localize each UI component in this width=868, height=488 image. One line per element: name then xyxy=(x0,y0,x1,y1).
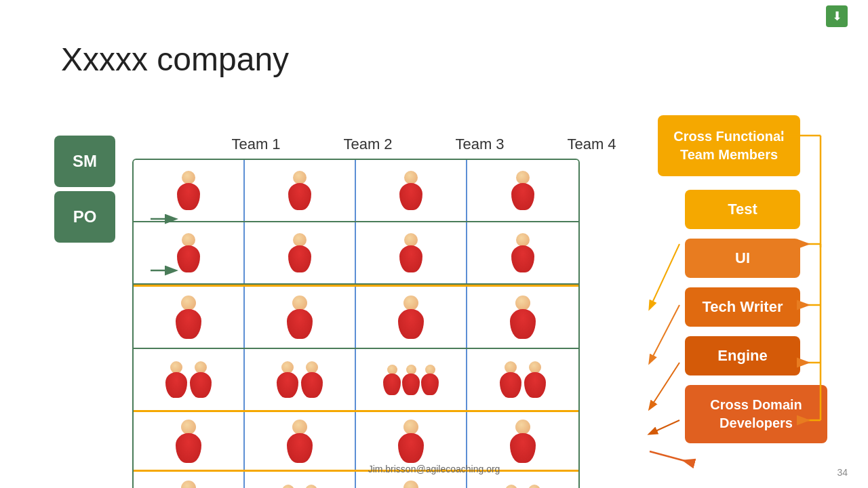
person-icon xyxy=(287,296,313,339)
grid-row-6 xyxy=(134,472,578,488)
person-icon xyxy=(288,171,311,210)
person-icon xyxy=(176,420,201,463)
person-icon xyxy=(511,233,534,272)
grid-row-3 xyxy=(134,285,578,349)
person-icon xyxy=(399,233,422,272)
grid-cell-r4c2 xyxy=(245,349,356,410)
engine-box: Engine xyxy=(685,336,800,375)
grid-row-2 xyxy=(134,222,578,285)
person-icon xyxy=(399,171,422,210)
main-grid xyxy=(132,159,580,488)
grid-cell-r2c1 xyxy=(134,222,245,283)
grid-cell-r6c2 xyxy=(245,472,356,488)
grid-cell-r3c1 xyxy=(134,287,245,348)
grid-cell-r1c1 xyxy=(134,160,245,221)
person-icon xyxy=(288,233,311,272)
grid-cell-r6c1 xyxy=(134,472,245,488)
grid-cell-r5c2 xyxy=(245,412,356,470)
persons-icon xyxy=(383,365,439,395)
persons-icon xyxy=(165,361,212,398)
cross-domain-box: Cross Domain Developers xyxy=(685,385,827,443)
team-header-2: Team 2 xyxy=(312,136,424,153)
slide-number: 34 xyxy=(837,467,848,478)
grid-cell-r1c3 xyxy=(356,160,467,221)
tech-writer-box: Tech Writer xyxy=(685,287,800,327)
test-box: Test xyxy=(685,190,800,229)
grid-cell-r2c3 xyxy=(356,222,467,283)
grid-cell-r2c2 xyxy=(245,222,356,283)
person-icon xyxy=(510,420,536,463)
team-header-3: Team 3 xyxy=(424,136,536,153)
person-icon xyxy=(177,171,200,210)
grid-row-4 xyxy=(134,349,578,412)
grid-cell-r2c4 xyxy=(467,222,578,283)
page-title: Xxxxx company xyxy=(61,41,289,78)
grid-row-1 xyxy=(134,160,578,222)
person-icon xyxy=(398,481,424,488)
grid-cell-r1c4 xyxy=(467,160,578,221)
cross-functional-box: Cross Functional Team Members xyxy=(658,115,800,176)
grid-cell-r4c1 xyxy=(134,349,245,410)
persons-icon xyxy=(501,485,545,488)
person-icon xyxy=(176,481,201,488)
person-icon xyxy=(398,420,424,463)
sm-box: SM xyxy=(54,136,115,187)
grid-cell-r3c3 xyxy=(356,287,467,348)
person-icon xyxy=(177,233,200,272)
person-icon xyxy=(287,420,313,463)
grid-cell-r1c2 xyxy=(245,160,356,221)
grid-cell-r5c3 xyxy=(356,412,467,470)
download-icon[interactable]: ⬇ xyxy=(826,5,848,27)
grid-cell-r3c2 xyxy=(245,287,356,348)
persons-icon xyxy=(500,361,546,398)
person-icon xyxy=(176,296,201,339)
footer-email: Jim.brisson@agilecoaching.org xyxy=(368,464,500,474)
role-type-boxes: Test UI Tech Writer Engine xyxy=(685,190,827,375)
grid-cell-r3c4 xyxy=(467,287,578,348)
right-panel: Cross Functional Team Members Test UI Te… xyxy=(658,115,827,443)
persons-icon xyxy=(278,485,321,488)
grid-row-5 xyxy=(134,412,578,472)
person-icon xyxy=(511,171,534,210)
svg-line-13 xyxy=(650,451,685,461)
grid-cell-r4c3 xyxy=(356,349,467,410)
grid-cell-r5c4 xyxy=(467,412,578,470)
grid-cell-r4c4 xyxy=(467,349,578,410)
person-icon xyxy=(398,296,424,339)
persons-icon xyxy=(277,361,323,398)
person-icon xyxy=(510,296,536,339)
grid-cell-r5c1 xyxy=(134,412,245,470)
team-header-1: Team 1 xyxy=(200,136,312,153)
team-header-4: Team 4 xyxy=(536,136,648,153)
po-box: PO xyxy=(54,191,115,243)
ui-box: UI xyxy=(685,239,800,278)
